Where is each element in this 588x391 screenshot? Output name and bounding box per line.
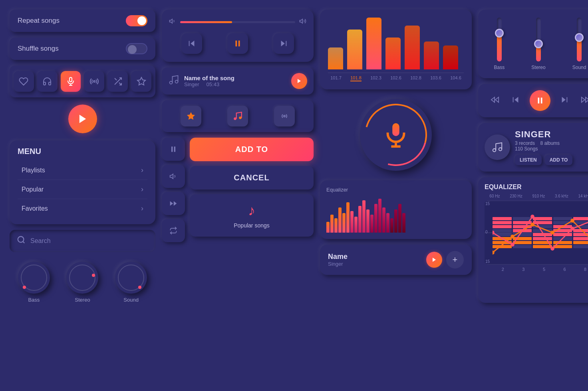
svg-marker-7 [137, 77, 145, 85]
search-card[interactable]: Search [10, 230, 155, 252]
eq-x-labels: 2 3 5 6 8 [485, 267, 588, 272]
bass-slider-thumb[interactable] [495, 29, 504, 38]
svg-rect-0 [70, 77, 72, 82]
menu-item-favorites-label: Favorites [22, 205, 48, 212]
stereo-knob-wrap: Stereo [66, 262, 98, 303]
stereo-slider-thumb[interactable] [534, 39, 543, 48]
broadcast-button[interactable] [84, 71, 104, 92]
volume-low-icon [169, 18, 176, 27]
song-texts: Name of the song Singer 05:43 [184, 75, 234, 87]
t2-prev-button[interactable] [509, 93, 522, 109]
transport-row [169, 33, 306, 54]
svg-point-48 [511, 235, 514, 239]
song-row-card: Name of the song Singer 05:43 [162, 67, 314, 95]
freq-chart-card: 101.7 101.8 102.3 102.6 102.8 103.6 104.… [320, 10, 472, 89]
freq-label-1036: 103.6 [430, 75, 441, 81]
cancel-button[interactable]: CANCEL [190, 166, 314, 190]
volume-track[interactable] [180, 21, 295, 23]
vertical-btns [162, 138, 185, 242]
heart-button[interactable] [14, 71, 34, 92]
singer-add-to-button[interactable]: ADD TO [545, 155, 573, 165]
freq-bar-fill [347, 30, 362, 69]
menu-item-favorites[interactable]: Favorites › [18, 199, 147, 218]
singer-avatar [485, 134, 510, 160]
svg-marker-30 [170, 201, 173, 206]
svg-line-10 [23, 241, 24, 243]
eq-freq-230hz: 230 Hz [510, 194, 522, 198]
prev-button[interactable] [181, 33, 202, 54]
popular-songs-tile[interactable]: ♪ Popular songs [190, 194, 314, 237]
pause-vert-button[interactable] [162, 138, 185, 161]
menu-item-popular-label: Popular [22, 186, 44, 193]
volume-row [169, 18, 306, 27]
bass-slider-label: Bass [494, 65, 505, 70]
shuffle-button[interactable] [107, 71, 128, 92]
repeat-toggle-switch[interactable] [126, 15, 147, 26]
song-play-button[interactable] [291, 73, 307, 89]
freq-label-1023: 102.3 [370, 75, 381, 81]
singer-records: 3 records [515, 140, 535, 146]
menu-item-popular[interactable]: Popular › [18, 180, 147, 199]
sound-slider-thumb[interactable] [575, 33, 584, 42]
svg-marker-13 [191, 41, 195, 47]
shuffle-toggle-switch[interactable] [126, 43, 147, 54]
volume-vert-button[interactable] [162, 165, 185, 188]
menu-item-playlists-label: Playlists [22, 167, 45, 174]
star-media-button[interactable] [181, 106, 201, 126]
fastforward-button[interactable] [578, 93, 588, 109]
mic-button[interactable] [61, 71, 81, 92]
song-name-sub: Singer [328, 261, 348, 267]
svg-rect-26 [171, 146, 173, 152]
sound-knob[interactable] [115, 262, 147, 294]
svg-point-57 [570, 227, 574, 231]
eq-x-8: 8 [584, 267, 586, 272]
next-button[interactable] [273, 33, 294, 54]
svg-point-45 [493, 149, 496, 152]
freq-bar-1018 [347, 30, 362, 69]
repeat-vert-button[interactable] [162, 219, 185, 242]
rewind-button[interactable] [488, 93, 502, 109]
bass-knob[interactable] [18, 262, 50, 294]
transport2-card [478, 84, 588, 117]
sound-slider-track[interactable] [577, 18, 582, 61]
svg-point-19 [170, 81, 173, 84]
forward-vert-button[interactable] [162, 192, 185, 215]
svg-marker-37 [514, 97, 518, 103]
freq-underline [328, 73, 464, 73]
stereo-slider-track[interactable] [536, 18, 541, 61]
sound-knob-wrap: Sound [115, 262, 147, 303]
menu-item-playlists[interactable]: Playlists › [18, 161, 147, 180]
mic-circle[interactable] [360, 99, 432, 171]
bass-slider-track[interactable] [497, 18, 502, 61]
listen-button[interactable]: LISTEN [515, 155, 542, 165]
svg-marker-8 [79, 115, 85, 123]
svg-marker-44 [582, 97, 585, 102]
t2-next-button[interactable] [558, 93, 571, 109]
popular-note-icon: ♪ [248, 202, 255, 219]
search-placeholder[interactable]: Search [30, 237, 51, 245]
big-play-button[interactable] [68, 105, 97, 133]
star-button[interactable] [131, 71, 151, 92]
headphones-button[interactable] [37, 71, 58, 92]
favorites-chevron-icon: › [141, 204, 143, 213]
shuffle-toggle-row[interactable]: Shuffle songs [10, 38, 155, 60]
freq-bar-1023 [366, 18, 381, 69]
eq-freq-910hz: 910 Hz [532, 194, 545, 198]
repeat-toggle-row[interactable]: Repeat songs [10, 10, 155, 32]
t2-play-pause-button[interactable] [530, 90, 550, 111]
music-note-media-button[interactable] [227, 106, 248, 126]
freq-label-1017: 101.7 [330, 75, 342, 81]
broadcast-media-button[interactable] [274, 106, 295, 126]
pause-button[interactable] [227, 33, 248, 54]
eq-freq-60hz: 60 Hz [489, 194, 500, 198]
singer-info: SINGER 3 records 8 albums 110 Songs LIST… [515, 129, 588, 165]
freq-bar-fill [443, 45, 458, 69]
svg-line-6 [115, 78, 117, 80]
svg-rect-40 [541, 98, 542, 104]
song-name-play-button[interactable] [426, 252, 442, 268]
stereo-slider-label: Stereo [531, 65, 545, 70]
song-name-add-button[interactable]: + [446, 251, 464, 269]
add-to-button[interactable]: ADD TO [190, 138, 314, 161]
stereo-knob[interactable] [66, 262, 98, 294]
svg-marker-35 [491, 97, 495, 102]
